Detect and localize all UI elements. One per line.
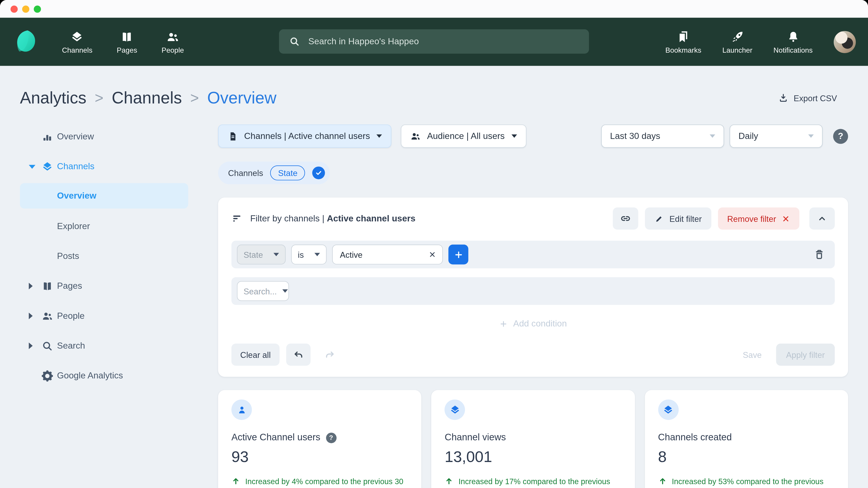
save-filter-button[interactable]: Save <box>743 350 762 359</box>
export-csv-label: Export CSV <box>794 93 837 103</box>
state-dimension-chip[interactable]: State <box>270 165 305 180</box>
search-input[interactable] <box>307 36 579 47</box>
chevron-right-icon[interactable] <box>29 343 41 349</box>
search-icon <box>289 36 300 47</box>
export-csv-button[interactable]: Export CSV <box>778 93 837 103</box>
apply-filter-button[interactable]: Apply filter <box>776 344 835 366</box>
metric-change: Increased by 53% compared to the previou… <box>658 475 835 488</box>
sidebar-label: Explorer <box>57 221 90 231</box>
people-icon <box>410 131 421 141</box>
help-button[interactable]: ? <box>833 129 848 143</box>
nav-label: Launcher <box>722 46 752 53</box>
undo-icon <box>293 350 304 360</box>
happeo-logo[interactable] <box>14 30 39 54</box>
nav-item-notifications[interactable]: Notifications <box>774 30 813 53</box>
sidebar-item-channels[interactable]: Channels <box>20 160 188 173</box>
condition-field-label: State <box>244 250 263 259</box>
metric-title: Active Channel users <box>231 432 320 443</box>
date-range-dropdown[interactable]: Last 30 days <box>601 125 724 148</box>
condition-value-field[interactable] <box>332 245 443 264</box>
nav-item-channels[interactable]: Channels <box>62 30 92 53</box>
metric-value: 8 <box>658 448 835 466</box>
top-nav-right: Bookmarks Launcher Notifications <box>665 18 856 66</box>
redo-button[interactable] <box>317 344 342 366</box>
sidebar-item-posts[interactable]: Posts <box>20 250 188 263</box>
breadcrumb-analytics[interactable]: Analytics <box>20 89 86 107</box>
remove-filter-button[interactable]: Remove filter <box>718 207 799 230</box>
sidebar-item-search[interactable]: Search <box>20 339 188 352</box>
nav-item-people[interactable]: People <box>162 30 184 53</box>
breadcrumb-overview: Overview <box>207 89 276 107</box>
chevron-right-icon[interactable] <box>29 313 41 319</box>
nav-item-launcher[interactable]: Launcher <box>722 30 752 53</box>
check-icon <box>315 169 322 176</box>
chip-selected-check[interactable] <box>312 166 325 179</box>
delete-condition-button[interactable] <box>814 249 825 260</box>
person-icon <box>236 404 247 415</box>
filter-title-prefix: Filter by channels | <box>250 214 327 223</box>
sidebar-label: Search <box>57 341 85 351</box>
layers-icon <box>450 404 460 415</box>
metric-change-text: Increased by 4% compared to the previous… <box>245 475 407 488</box>
condition-operator-dropdown[interactable]: is <box>291 245 327 264</box>
minimize-window-button[interactable] <box>22 5 29 12</box>
nav-item-bookmarks[interactable]: Bookmarks <box>665 30 702 53</box>
sidebar-item-overview[interactable]: Overview <box>20 130 188 143</box>
caret-down-icon <box>377 134 382 138</box>
metric-change-text: Increased by 17% compared to the previou… <box>459 475 620 488</box>
pencil-icon <box>654 214 664 223</box>
condition-field-dropdown[interactable]: State <box>237 245 286 264</box>
download-icon <box>778 93 788 103</box>
add-value-button[interactable] <box>448 245 468 264</box>
breadcrumb-channels[interactable]: Channels <box>112 89 182 107</box>
sidebar-item-google-analytics[interactable]: Google Analytics <box>20 369 188 382</box>
sidebar-item-people[interactable]: People <box>20 309 188 323</box>
nav-label: Channels <box>62 46 92 53</box>
metric-help-button[interactable]: ? <box>326 432 337 443</box>
maximize-window-button[interactable] <box>34 5 41 12</box>
analytics-toolbar: Channels | Active channel users Audience… <box>218 125 848 148</box>
nav-label: Bookmarks <box>665 46 702 53</box>
layers-icon <box>663 404 674 415</box>
add-condition-button[interactable]: Add condition <box>231 317 835 330</box>
page-body: Overview Channels Overview Explorer Post… <box>0 125 868 488</box>
metric-title-row: Channels created <box>658 432 835 443</box>
sidebar-item-explorer[interactable]: Explorer <box>20 220 188 233</box>
people-icon <box>166 30 180 43</box>
dimension-chips-row: Channels State <box>218 162 848 184</box>
granularity-dropdown[interactable]: Daily <box>730 125 823 148</box>
close-window-button[interactable] <box>11 5 18 12</box>
global-search[interactable] <box>279 29 589 54</box>
user-avatar[interactable] <box>834 31 856 53</box>
nav-item-pages[interactable]: Pages <box>117 30 137 53</box>
redo-icon <box>324 350 335 360</box>
edit-filter-button[interactable]: Edit filter <box>645 207 711 230</box>
collapse-filter-button[interactable] <box>809 207 835 230</box>
undo-button[interactable] <box>286 344 311 366</box>
filter-condition-row: State is <box>231 240 835 268</box>
add-condition-label: Add condition <box>513 319 567 329</box>
question-mark-icon: ? <box>329 434 333 442</box>
primary-nav: Channels Pages People <box>62 30 184 53</box>
metric-selector-dropdown[interactable]: Channels | Active channel users <box>218 125 392 148</box>
audience-selector-dropdown[interactable]: Audience | All users <box>401 125 526 148</box>
up-arrow-icon <box>658 477 667 485</box>
bell-icon <box>786 30 800 43</box>
up-arrow-icon <box>445 477 454 485</box>
sidebar-item-pages[interactable]: Pages <box>20 280 188 293</box>
app-window: Channels Pages People Bookmarks Launcher <box>0 0 868 488</box>
channels-icon <box>70 30 84 43</box>
condition-value-input[interactable] <box>339 249 429 260</box>
clear-value-icon[interactable] <box>429 251 436 258</box>
chevron-up-icon <box>816 213 828 224</box>
sidebar-item-channels-overview-active[interactable]: Overview <box>20 183 188 209</box>
chevron-down-icon[interactable] <box>29 165 41 168</box>
copy-filter-link-button[interactable] <box>613 207 639 230</box>
condition-search-dropdown[interactable]: Search... <box>237 281 289 301</box>
question-mark-icon: ? <box>838 131 843 141</box>
chevron-right-icon[interactable] <box>29 283 41 289</box>
caret-down-icon <box>274 253 279 256</box>
clear-all-button[interactable]: Clear all <box>231 344 280 366</box>
metric-cards-row: Active Channel users ? 93 Increased by 4… <box>218 390 848 488</box>
granularity-label: Daily <box>739 131 758 141</box>
